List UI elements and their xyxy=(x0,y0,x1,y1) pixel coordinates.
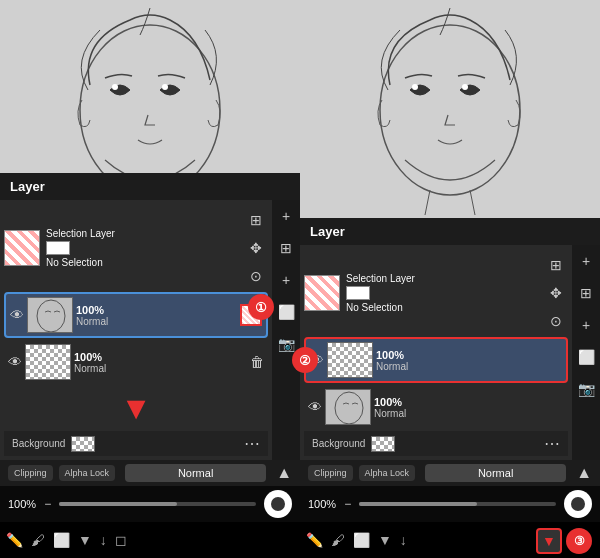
left-layer-title: Layer xyxy=(10,179,45,194)
right-expand-btn[interactable]: ▲ xyxy=(576,464,592,482)
left-dots-icon[interactable]: ⋯ xyxy=(244,434,260,453)
left-minus-icon[interactable]: − xyxy=(44,497,51,511)
right-layer-2-blend: Normal xyxy=(376,361,408,372)
left-layer-content: Selection Layer No Selection ⊞ ✥ ⊙ 2 👁 xyxy=(0,200,300,460)
right-layer-title: Layer xyxy=(310,224,345,239)
left-panel: Layer Selection Layer No Selection ⊞ ✥ ⊙ xyxy=(0,0,300,558)
left-layer-header: Layer xyxy=(0,173,300,200)
left-shape-icon[interactable]: ◻ xyxy=(115,532,127,548)
left-layer-panel: Layer Selection Layer No Selection ⊞ ✥ ⊙ xyxy=(0,173,300,558)
left-down-icon[interactable]: ↓ xyxy=(100,532,107,548)
right-layer-1-meta: 100% Normal xyxy=(374,396,564,419)
right-brush-btn[interactable] xyxy=(564,490,592,518)
right-sidebar-lock[interactable]: ⊙ xyxy=(544,309,568,333)
right-selection-label: Selection Layer xyxy=(346,273,415,284)
right-sketch-area xyxy=(300,0,600,218)
left-pen-icon[interactable]: ✏️ xyxy=(6,532,23,548)
svg-point-2 xyxy=(112,84,118,90)
left-brush-btn[interactable] xyxy=(264,490,292,518)
left-fill[interactable]: ⬜ xyxy=(274,300,298,324)
left-sidebar-transform[interactable]: ⊞ xyxy=(244,208,268,232)
left-layer-1-delete[interactable]: 🗑 xyxy=(250,354,264,370)
left-sidebar-lock[interactable]: ⊙ xyxy=(244,264,268,288)
left-layer-2-visibility[interactable]: 👁 xyxy=(10,307,24,323)
right-alphalock-tab[interactable]: Alpha Lock xyxy=(359,465,416,481)
right-layer-1-thumb xyxy=(325,389,371,425)
right-layer-2-thumb xyxy=(327,342,373,378)
right-add-group[interactable]: + xyxy=(574,313,598,337)
right-merge[interactable]: ⊞ xyxy=(574,281,598,305)
left-slider-fill xyxy=(59,502,177,506)
left-layer-2[interactable]: 2 👁 100% No xyxy=(4,292,268,338)
left-add-group[interactable]: + xyxy=(274,268,298,292)
right-pct-label: 100% xyxy=(308,498,336,510)
right-blend-mode[interactable]: Normal xyxy=(425,464,566,482)
svg-rect-4 xyxy=(28,298,73,333)
right-bottom-toolbar: Clipping Alpha Lock Normal ▲ xyxy=(300,460,600,486)
left-selection-label: Selection Layer xyxy=(46,228,115,239)
left-blend-mode[interactable]: Normal xyxy=(125,464,266,482)
left-merge[interactable]: ⊞ xyxy=(274,236,298,260)
right-slider[interactable] xyxy=(359,502,556,506)
left-layer-1-thumb xyxy=(25,344,71,380)
left-add-layer[interactable]: + xyxy=(274,204,298,228)
left-bg-label: Background xyxy=(12,438,65,449)
left-selection-layer-row: Selection Layer No Selection ⊞ ✥ ⊙ xyxy=(4,204,268,292)
right-add-layer[interactable]: + xyxy=(574,249,598,273)
svg-rect-10 xyxy=(326,390,371,425)
left-eraser-icon[interactable]: ⬜ xyxy=(53,532,70,548)
right-down-arrow-btn[interactable]: ▼ xyxy=(536,528,562,554)
left-layer-2-opacity: 100% xyxy=(76,304,104,316)
right-layer-1[interactable]: 1 👁 100% No xyxy=(304,386,568,428)
left-layer-1[interactable]: 1 👁 100% Normal 🗑 xyxy=(4,341,268,383)
left-layer-1-opacity: 100% xyxy=(74,351,102,363)
left-bg-thumb xyxy=(71,436,95,452)
left-clipping-tab[interactable]: Clipping xyxy=(8,465,53,481)
left-layer-1-visibility[interactable]: 👁 xyxy=(8,354,22,370)
right-sidebar-move[interactable]: ✥ xyxy=(544,281,568,305)
left-selection-thumb xyxy=(4,230,40,266)
left-no-selection-label: No Selection xyxy=(46,257,115,268)
right-down-icon[interactable]: ↓ xyxy=(400,532,407,548)
left-sidebar-move[interactable]: ✥ xyxy=(244,236,268,260)
left-selection-info: Selection Layer No Selection xyxy=(46,228,115,268)
right-clipping-tab[interactable]: Clipping xyxy=(308,465,353,481)
left-tool-bar: ✏️ 🖌 ⬜ ▼ ↓ ◻ xyxy=(0,522,300,558)
right-layer-1-blend: Normal xyxy=(374,408,406,419)
right-camera[interactable]: 📷 xyxy=(574,377,598,401)
left-smudge-icon[interactable]: 🖌 xyxy=(31,532,45,548)
right-pen-icon[interactable]: ✏️ xyxy=(306,532,323,548)
left-alphalock-tab[interactable]: Alpha Lock xyxy=(59,465,116,481)
left-slider[interactable] xyxy=(59,502,256,506)
left-no-selection-box xyxy=(46,241,70,255)
right-layer-header: Layer xyxy=(300,218,600,245)
right-layer-list: Selection Layer No Selection ⊞ ✥ ⊙ ② 2 xyxy=(300,245,572,460)
left-layer-sidebar: + ⊞ + ⬜ 📷 xyxy=(272,200,300,460)
left-bottom-toolbar: Clipping Alpha Lock Normal ▲ xyxy=(0,460,300,486)
left-brush-circle xyxy=(271,497,285,511)
svg-point-3 xyxy=(162,84,168,90)
left-layer-2-blend: Normal xyxy=(76,316,108,327)
right-layer-1-visibility[interactable]: 👁 xyxy=(308,399,322,415)
right-dots-icon[interactable]: ⋯ xyxy=(544,434,560,453)
right-sidebar-transform[interactable]: ⊞ xyxy=(544,253,568,277)
right-layer-2-meta: 100% Normal xyxy=(376,349,562,372)
right-smudge-icon[interactable]: 🖌 xyxy=(331,532,345,548)
left-layer-list: Selection Layer No Selection ⊞ ✥ ⊙ 2 👁 xyxy=(0,200,272,460)
right-minus-icon[interactable]: − xyxy=(344,497,351,511)
right-layer-1-opacity: 100% xyxy=(374,396,402,408)
right-badge-3: ③ xyxy=(566,528,592,554)
left-fill-icon[interactable]: ▼ xyxy=(78,532,92,548)
right-eraser-icon[interactable]: ⬜ xyxy=(353,532,370,548)
right-fill[interactable]: ⬜ xyxy=(574,345,598,369)
left-pct-label: 100% xyxy=(8,498,36,510)
left-expand-btn[interactable]: ▲ xyxy=(276,464,292,482)
right-layer-2[interactable]: ② 2 👁 100% Normal xyxy=(304,337,568,383)
right-fill-icon[interactable]: ▼ xyxy=(378,532,392,548)
right-very-bottom: 100% − xyxy=(300,486,600,522)
svg-point-8 xyxy=(412,84,418,90)
left-sketch-area xyxy=(0,0,300,173)
left-layer-1-meta: 100% Normal xyxy=(74,351,246,374)
right-badge-3-container: ③ xyxy=(566,528,592,554)
svg-rect-6 xyxy=(300,0,600,218)
